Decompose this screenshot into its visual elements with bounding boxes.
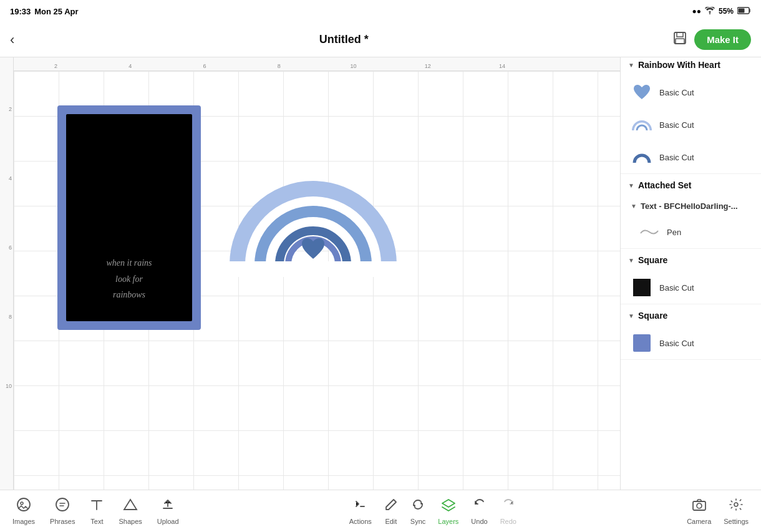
sub-group-text-label: Text - BFCHelloDarling-... xyxy=(641,201,738,211)
layer-label-pen: Pen xyxy=(667,228,681,237)
camera-label: Camera xyxy=(687,518,711,525)
chevron-down-icon-2: ▼ xyxy=(628,182,634,189)
shapes-label: Shapes xyxy=(119,518,142,525)
layer-item-rainbow-dark[interactable]: Basic Cut xyxy=(621,141,761,173)
toolbar-item-edit[interactable]: Edit xyxy=(384,498,398,525)
layer-label-heart: Basic Cut xyxy=(659,88,694,97)
toolbar-item-text[interactable]: Text xyxy=(90,498,104,525)
chevron-down-icon-5: ▼ xyxy=(628,312,634,319)
group-square-blue-header[interactable]: ▼ Square xyxy=(621,304,761,327)
toolbar-item-images[interactable]: Images xyxy=(12,498,35,525)
svg-point-12 xyxy=(697,503,702,508)
svg-rect-6 xyxy=(226,261,400,277)
layer-thumb-square-blue xyxy=(631,332,653,354)
upload-label: Upload xyxy=(157,518,179,525)
ruler-vmark-6: 6 xyxy=(9,244,12,251)
ruler-mark-14: 14 xyxy=(499,63,505,69)
svg-rect-4 xyxy=(677,32,683,37)
sub-group-text-header[interactable]: ▼ Text - BFCHelloDarling-... xyxy=(621,196,761,216)
signal-icon: ●● xyxy=(692,7,701,16)
images-icon xyxy=(16,498,31,515)
card-outer[interactable]: when it rainslook forrainbows xyxy=(57,105,201,330)
text-label: Text xyxy=(90,518,103,525)
undo-label: Undo xyxy=(471,518,487,525)
phrases-label: Phrases xyxy=(50,518,75,525)
ruler-horizontal: 2 4 6 8 10 12 14 xyxy=(0,57,620,71)
toolbar-item-redo[interactable]: Redo xyxy=(500,498,516,525)
back-button[interactable]: ‹ xyxy=(10,32,14,48)
layer-item-heart[interactable]: Basic Cut xyxy=(621,76,761,109)
actions-icon xyxy=(353,498,368,515)
rainbow-container[interactable] xyxy=(226,140,400,277)
group-square-black-header[interactable]: ▼ Square xyxy=(621,249,761,271)
document-title: Untitled * xyxy=(319,33,369,46)
layer-item-rainbow-outline[interactable]: Basic Cut xyxy=(621,109,761,141)
layer-item-pen[interactable]: Pen xyxy=(621,216,761,248)
toolbar-item-sync[interactable]: Sync xyxy=(410,498,425,525)
make-it-button[interactable]: Make It xyxy=(694,29,751,50)
toolbar-item-undo[interactable]: Undo xyxy=(471,498,487,525)
bottom-toolbar: Images Phrases Text Shapes xyxy=(0,490,761,532)
camera-icon xyxy=(692,498,707,515)
battery-label: 55% xyxy=(719,7,734,16)
toolbar-item-settings[interactable]: Settings xyxy=(724,498,749,525)
toolbar-item-camera[interactable]: Camera xyxy=(687,498,711,525)
layer-thumb-square-black xyxy=(631,276,653,299)
layers-icon xyxy=(441,498,456,515)
ruler-mark-6: 6 xyxy=(203,63,206,69)
layer-item-square-black[interactable]: Basic Cut xyxy=(621,271,761,304)
toolbar-item-phrases[interactable]: Phrases xyxy=(50,498,75,525)
edit-icon xyxy=(384,498,398,515)
toolbar-item-shapes[interactable]: Shapes xyxy=(119,498,142,525)
svg-point-13 xyxy=(734,503,738,506)
svg-rect-2 xyxy=(739,8,745,12)
upload-icon xyxy=(161,498,175,515)
group-attached-label: Attached Set xyxy=(638,180,692,190)
ruler-vmark-10: 10 xyxy=(6,383,12,389)
text-icon xyxy=(90,498,104,515)
toolbar-center: Actions Edit Sync Layers xyxy=(349,498,516,525)
edit-label: Edit xyxy=(385,518,397,525)
ruler-vertical: 2 4 6 8 10 xyxy=(0,57,14,490)
canvas-grid: when it rainslook forrainbows xyxy=(14,71,620,490)
save-button[interactable] xyxy=(673,31,687,48)
toolbar-item-upload[interactable]: Upload xyxy=(157,498,179,525)
sync-label: Sync xyxy=(410,518,425,525)
canvas-area[interactable]: when it rainslook forrainbows xyxy=(14,71,620,490)
chevron-down-icon: ▼ xyxy=(628,62,634,69)
shapes-icon xyxy=(123,498,138,515)
redo-label: Redo xyxy=(500,518,516,525)
wifi-icon xyxy=(705,7,715,16)
status-date: Mon 25 Apr xyxy=(34,7,78,16)
toolbar-right: Camera Settings xyxy=(687,498,749,525)
redo-icon xyxy=(502,498,515,515)
layer-item-square-blue[interactable]: Basic Cut xyxy=(621,327,761,359)
group-square-blue-label: Square xyxy=(638,311,667,321)
toolbar-item-layers[interactable]: Layers xyxy=(438,498,458,525)
svg-marker-10 xyxy=(124,500,137,510)
group-square-black-label: Square xyxy=(638,255,667,265)
layers-panel: Layers i ▼ Rainbow With Heart Basic Cut xyxy=(620,22,761,490)
ruler-mark-12: 12 xyxy=(425,63,431,69)
sync-icon xyxy=(411,498,425,515)
layer-group-attached: ▼ Attached Set ▼ Text - BFCHelloDarling-… xyxy=(621,174,761,249)
layer-group-rainbow: ▼ Rainbow With Heart Basic Cut Basic Cut xyxy=(621,54,761,174)
top-right-actions: Make It xyxy=(673,29,751,50)
layer-label-rainbow-outline: Basic Cut xyxy=(659,120,694,130)
ruler-mark-8: 8 xyxy=(278,63,281,69)
ruler-vmark-4: 4 xyxy=(9,175,12,181)
svg-point-9 xyxy=(56,498,69,511)
settings-icon xyxy=(729,498,744,515)
ruler-vmark-2: 2 xyxy=(9,106,12,112)
settings-label: Settings xyxy=(724,518,749,525)
toolbar-item-actions[interactable]: Actions xyxy=(349,498,372,525)
top-toolbar: ‹ Untitled * Make It xyxy=(0,22,761,57)
phrases-icon xyxy=(55,498,70,515)
layer-thumb-pen xyxy=(638,221,661,243)
status-right: ●● 55% xyxy=(692,7,751,16)
layers-label: Layers xyxy=(438,518,458,525)
ruler-vmark-8: 8 xyxy=(9,314,12,320)
card-text: when it rainslook forrainbows xyxy=(106,255,152,302)
group-attached-header[interactable]: ▼ Attached Set xyxy=(621,174,761,196)
layer-label-square-blue: Basic Cut xyxy=(659,339,694,348)
